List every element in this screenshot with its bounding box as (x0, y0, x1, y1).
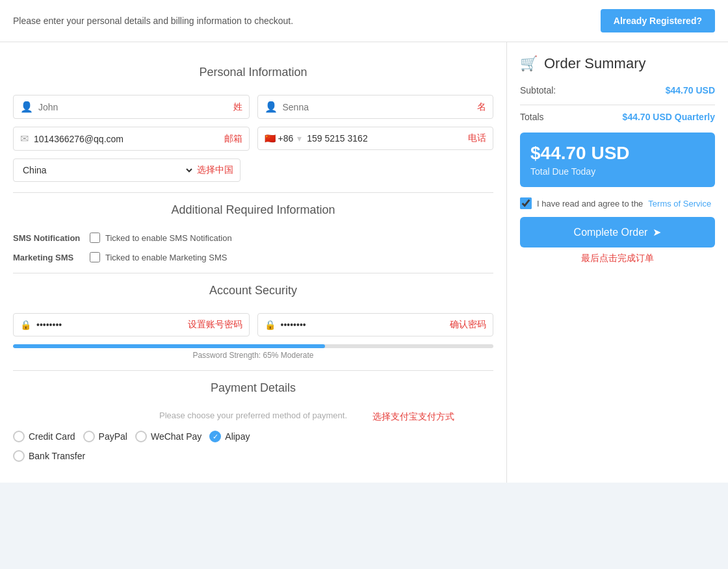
total-due-box: $44.70 USD Total Due Today (520, 133, 715, 187)
wechat-radio[interactable] (135, 431, 147, 442)
confirm-password-group: 🔒 确认密码 (257, 313, 494, 336)
tos-link[interactable]: Terms of Service (648, 199, 711, 209)
additional-info-title: Additional Required Information (13, 203, 493, 222)
email-input-wrapper: ✉ 邮箱 (13, 127, 250, 151)
password-input[interactable] (36, 320, 185, 330)
right-panel: 🛒 Order Summary Subtotal: $44.70 USD Tot… (507, 42, 728, 483)
country-select-wrapper: China 选择中国 (13, 158, 240, 182)
alipay-radio[interactable] (209, 431, 221, 442)
last-name-input-wrapper: 👤 名 (257, 95, 494, 119)
order-summary-label: Order Summary (544, 55, 645, 72)
payment-option-bank[interactable]: Bank Transfer (13, 450, 85, 462)
country-annotation: 选择中国 (197, 164, 233, 176)
subtotal-row: Subtotal: $44.70 USD (520, 85, 715, 95)
email-icon: ✉ (20, 133, 29, 145)
last-name-input[interactable] (283, 102, 475, 112)
totals-label: Totals (520, 112, 544, 122)
sms-checkbox[interactable] (90, 233, 100, 243)
subtotal-label: Subtotal: (520, 85, 556, 95)
email-input[interactable] (34, 134, 222, 144)
email-annotation: 邮箱 (224, 133, 242, 145)
already-registered-button[interactable]: Already Registered? (601, 9, 715, 32)
wechat-label: WeChat Pay (151, 431, 202, 442)
tos-row: I have read and agree to the Terms of Se… (520, 197, 715, 209)
left-panel: Personal Information 👤 姓 👤 名 (0, 42, 507, 483)
first-name-input[interactable] (38, 102, 231, 112)
lock-icon-2: 🔒 (265, 320, 276, 330)
name-row: 👤 姓 👤 名 (13, 95, 493, 119)
complete-order-button[interactable]: Complete Order ➤ (520, 217, 715, 247)
first-name-input-wrapper: 👤 姓 (13, 95, 250, 119)
main-layout: Personal Information 👤 姓 👤 名 (0, 42, 728, 483)
payment-options: Credit Card PayPal WeChat Pay Alipay (13, 431, 493, 442)
tos-checkbox[interactable] (520, 197, 532, 209)
bank-radio[interactable] (13, 450, 25, 462)
last-name-annotation: 名 (477, 101, 486, 113)
separator-1 (13, 192, 493, 193)
paypal-label: PayPal (99, 431, 127, 442)
marketing-checkbox-text: Ticked to enable Marketing SMS (105, 253, 227, 262)
credit-card-radio[interactable] (13, 431, 25, 442)
phone-divider: ▾ (297, 133, 302, 144)
phone-input-wrapper: 🇨🇳 +86 ▾ 电话 (257, 127, 494, 150)
complete-order-label: Complete Order (574, 227, 648, 238)
password-strength-fill (13, 344, 325, 348)
confirm-annotation: 确认密码 (450, 319, 486, 331)
paypal-radio[interactable] (83, 431, 95, 442)
first-name-annotation: 姓 (233, 101, 242, 113)
password-strength-bar (13, 344, 493, 348)
email-phone-row: ✉ 邮箱 🇨🇳 +86 ▾ 电话 (13, 127, 493, 151)
marketing-label: Marketing SMS (13, 253, 84, 262)
email-group: ✉ 邮箱 (13, 127, 250, 151)
payment-details-title: Payment Details (13, 381, 493, 400)
arrow-icon: ➤ (653, 226, 661, 238)
password-strength-text: Password Strength: 65% Moderate (13, 351, 493, 360)
payment-option-wechat[interactable]: WeChat Pay (135, 431, 202, 442)
phone-annotation: 电话 (468, 133, 486, 144)
first-name-group: 👤 姓 (13, 95, 250, 119)
bank-label: Bank Transfer (29, 451, 85, 461)
password-input-wrapper: 🔒 设置账号密码 (13, 313, 250, 336)
country-code: +86 (278, 133, 294, 144)
phone-input[interactable] (307, 133, 465, 144)
tos-text: I have read and agree to the (537, 199, 643, 209)
sms-notification-row: SMS Notification Ticked to enable SMS No… (13, 233, 493, 243)
total-due-label: Total Due Today (530, 166, 705, 177)
payment-option-alipay[interactable]: Alipay (209, 431, 250, 442)
complete-order-annotation: 最后点击完成订单 (520, 253, 715, 264)
marketing-sms-row: Marketing SMS Ticked to enable Marketing… (13, 252, 493, 262)
payment-options-row2: Bank Transfer (13, 450, 493, 462)
lock-icon: 🔒 (20, 320, 31, 330)
totals-row: Totals $44.70 USD Quarterly (520, 112, 715, 122)
credit-card-label: Credit Card (29, 431, 75, 442)
payment-annotation: 选择支付宝支付方式 (372, 411, 454, 423)
phone-group: 🇨🇳 +86 ▾ 电话 (257, 127, 494, 151)
separator-3 (13, 370, 493, 371)
personal-info-title: Personal Information (13, 66, 493, 84)
order-divider (520, 105, 715, 105)
confirm-password-input-wrapper: 🔒 确认密码 (257, 313, 494, 336)
alipay-label: Alipay (225, 431, 250, 442)
cart-icon: 🛒 (520, 55, 538, 72)
password-annotation: 设置账号密码 (188, 319, 242, 331)
separator-2 (13, 273, 493, 273)
totals-value: $44.70 USD Quarterly (623, 112, 715, 122)
total-due-amount: $44.70 USD (530, 143, 705, 164)
country-group: China 选择中国 (13, 158, 240, 182)
sms-label: SMS Notification (13, 233, 84, 243)
last-name-group: 👤 名 (257, 95, 494, 119)
order-summary-title: 🛒 Order Summary (520, 55, 715, 72)
payment-option-credit-card[interactable]: Credit Card (13, 431, 75, 442)
person-icon-2: 👤 (265, 101, 278, 113)
subtotal-value: $44.70 USD (666, 85, 715, 95)
topbar-text: Please enter your personal details and b… (13, 16, 293, 26)
country-row: China 选择中国 (13, 158, 493, 182)
payment-option-paypal[interactable]: PayPal (83, 431, 127, 442)
sms-checkbox-text: Ticked to enable SMS Notification (105, 233, 232, 243)
password-group: 🔒 设置账号密码 (13, 313, 250, 336)
confirm-password-input[interactable] (281, 320, 448, 330)
password-row: 🔒 设置账号密码 🔒 确认密码 (13, 313, 493, 336)
account-security-title: Account Security (13, 284, 493, 303)
marketing-checkbox[interactable] (90, 252, 100, 262)
country-select[interactable]: China (20, 164, 194, 176)
